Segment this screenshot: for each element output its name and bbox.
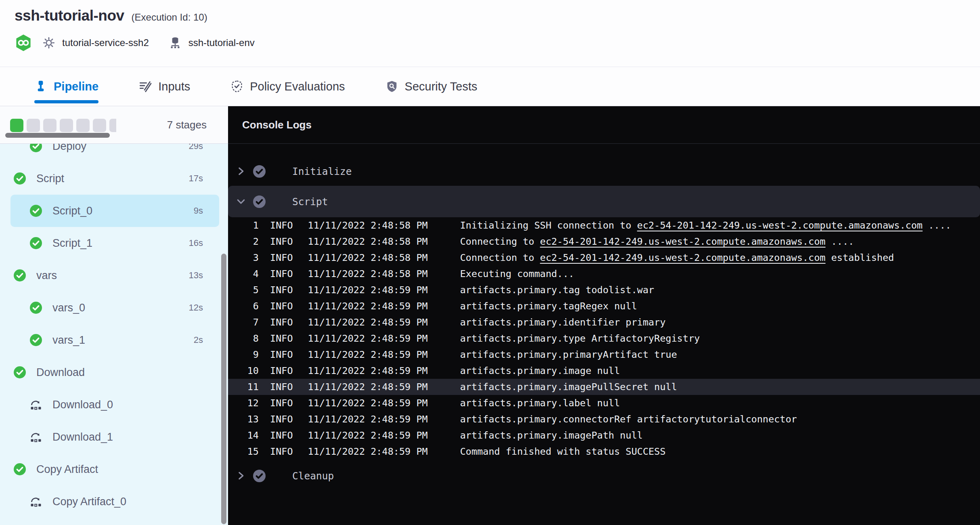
log-message: artifacts.primary.primaryArtifact true: [460, 349, 677, 360]
log-host-link[interactable]: ec2-54-201-142-249.us-west-2.compute.ama…: [540, 252, 825, 263]
log-level: INFO: [270, 397, 293, 409]
stage-progress-scrollbar[interactable]: [5, 133, 110, 138]
environment-name: ssh-tutorial-env: [188, 37, 255, 48]
log-line-number: 1: [228, 217, 259, 233]
stage-item-download-0[interactable]: Download_0: [0, 388, 228, 421]
log-level: INFO: [270, 414, 293, 425]
stage-label: Deploy: [52, 144, 86, 153]
success-check-icon: [14, 463, 26, 475]
log-line-number: 11: [228, 379, 259, 395]
stage-progress-square: [60, 119, 73, 132]
tab-security-tests[interactable]: Security Tests: [385, 67, 477, 106]
tab-label: Pipeline: [54, 80, 98, 93]
title-row: ssh-tutorial-nov (Execution Id: 10): [15, 7, 980, 24]
console-body: InitializeScript1INFO11/11/2022 2:48:58 …: [228, 144, 980, 489]
stage-item-deploy[interactable]: Deploy29s: [0, 144, 228, 162]
section-name: Initialize: [292, 166, 352, 177]
log-line: 2INFO11/11/2022 2:48:58 PMConnecting to …: [228, 233, 980, 250]
log-line-number: 13: [228, 411, 259, 427]
log-level: INFO: [270, 365, 293, 376]
inputs-icon: [139, 80, 152, 93]
security-shield-icon: [385, 80, 398, 93]
stage-progress-strip: [10, 119, 116, 132]
success-check-icon: [14, 366, 26, 378]
log-message: artifacts.primary.tagRegex null: [460, 300, 637, 312]
log-host-link[interactable]: ec2-54-201-142-249.us-west-2.compute.ama…: [540, 236, 825, 247]
chevron-right-icon[interactable]: [236, 166, 246, 176]
stage-item-vars-0[interactable]: vars_012s: [0, 292, 228, 324]
log-line-number: 8: [228, 330, 259, 346]
tab-pipeline[interactable]: Pipeline: [34, 67, 98, 106]
log-timestamp: 11/11/2022 2:48:59 PM: [308, 349, 428, 360]
stage-item-vars-1[interactable]: vars_12s: [0, 324, 228, 356]
stage-label: Copy Artifact: [36, 463, 98, 476]
section-success-icon: [253, 165, 266, 178]
log-message: Connection to ec2-54-201-142-249.us-west…: [460, 252, 894, 263]
log-section-initialize[interactable]: Initialize: [228, 157, 980, 186]
log-line: 4INFO11/11/2022 2:48:58 PMExecuting comm…: [228, 266, 980, 282]
page-title: ssh-tutorial-nov: [15, 7, 124, 24]
log-level: INFO: [270, 317, 293, 328]
success-check-icon: [14, 269, 26, 281]
log-level: INFO: [270, 284, 293, 296]
stage-label: vars_0: [52, 302, 85, 314]
stage-progress-square: [109, 119, 116, 132]
chevron-right-icon[interactable]: [236, 471, 246, 481]
stage-item-copy-artifact[interactable]: Copy Artifact: [0, 453, 228, 485]
tab-inputs[interactable]: Inputs: [139, 67, 190, 106]
rollback-icon: [30, 496, 42, 508]
sidebar-scrollbar-thumb[interactable]: [221, 254, 226, 524]
log-timestamp: 11/11/2022 2:48:58 PM: [308, 268, 428, 279]
log-level: INFO: [270, 300, 293, 312]
log-line: 13INFO11/11/2022 2:48:59 PMartifacts.pri…: [228, 411, 980, 427]
success-check-icon: [30, 334, 42, 346]
log-message: Command finished with status SUCCESS: [460, 446, 666, 457]
stage-item-script-1[interactable]: Script_116s: [0, 227, 228, 259]
log-line: 8INFO11/11/2022 2:48:59 PMartifacts.prim…: [228, 330, 980, 346]
section-success-icon: [253, 470, 266, 482]
log-level: INFO: [270, 220, 293, 231]
log-line: 12INFO11/11/2022 2:48:59 PMartifacts.pri…: [228, 395, 980, 411]
stage-item-download-1[interactable]: Download_1: [0, 421, 228, 453]
log-line: 3INFO11/11/2022 2:48:58 PMConnection to …: [228, 250, 980, 266]
log-message: artifacts.primary.imagePullSecret null: [460, 381, 677, 393]
chevron-down-icon[interactable]: [236, 197, 246, 206]
log-level: INFO: [270, 333, 293, 344]
stage-item-vars[interactable]: vars13s: [0, 259, 228, 292]
success-check-icon: [30, 237, 42, 249]
stage-label: vars: [36, 269, 57, 282]
stage-item-script[interactable]: Script17s: [0, 162, 228, 195]
service-name: tutorial-service-ssh2: [62, 37, 149, 48]
stage-duration: 16s: [189, 238, 203, 248]
stage-label: Download_0: [52, 399, 113, 411]
log-line-number: 12: [228, 395, 259, 411]
log-section-script[interactable]: Script: [228, 186, 980, 217]
log-line-number: 10: [228, 363, 259, 379]
log-host-link[interactable]: ec2-54-201-142-249.us-west-2.compute.ama…: [637, 220, 922, 231]
stage-item-script-0[interactable]: Script_09s: [10, 195, 219, 227]
log-level: INFO: [270, 349, 293, 360]
stage-item-download[interactable]: Download: [0, 356, 228, 388]
log-line-number: 5: [228, 282, 259, 298]
log-line-number: 15: [228, 443, 259, 460]
log-level: INFO: [270, 268, 293, 279]
stage-item-copy-artifact-0[interactable]: Copy Artifact_0: [0, 485, 228, 518]
policy-shield-icon: [230, 80, 243, 93]
log-line: 7INFO11/11/2022 2:48:59 PMartifacts.prim…: [228, 314, 980, 330]
log-line-number: 2: [228, 233, 259, 250]
rollback-icon: [30, 399, 42, 411]
content-area: 7 stages Deploy29sScript17sScript_09sScr…: [0, 106, 980, 525]
log-timestamp: 11/11/2022 2:48:59 PM: [308, 381, 428, 393]
log-line-number: 3: [228, 250, 259, 266]
stage-label: Copy Artifact_0: [52, 496, 126, 508]
console-logs-panel: Console Logs InitializeScript1INFO11/11/…: [228, 106, 980, 525]
log-line-number: 7: [228, 314, 259, 330]
log-message: artifacts.primary.label null: [460, 397, 620, 409]
stage-progress-square: [27, 119, 40, 132]
log-line: 15INFO11/11/2022 2:48:59 PMCommand finis…: [228, 443, 980, 460]
success-check-icon: [30, 302, 42, 314]
success-check-icon: [30, 144, 42, 152]
log-section-cleanup[interactable]: Cleanup: [228, 463, 980, 489]
tab-policy-evaluations[interactable]: Policy Evaluations: [230, 67, 345, 106]
pipeline-icon: [34, 80, 47, 93]
